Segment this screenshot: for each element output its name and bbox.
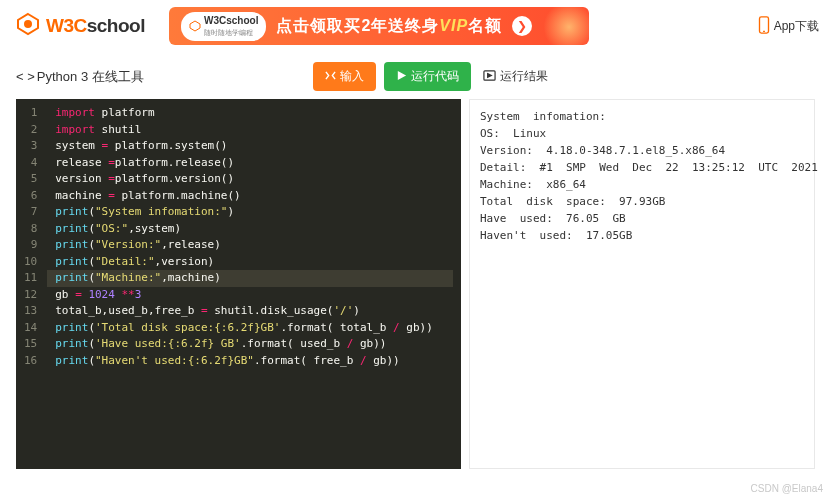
result-icon <box>483 69 496 85</box>
output-panel: System infomation: OS: Linux Version: 4.… <box>469 99 815 469</box>
io-icon <box>325 70 336 84</box>
svg-point-1 <box>25 21 31 27</box>
banner-pill: W3Cschool随时随地学编程 <box>181 12 266 41</box>
result-header: 运行结果 <box>479 68 819 85</box>
top-header: W3Cschool W3Cschool随时随地学编程 点击领取买2年送终身VIP… <box>0 0 835 52</box>
run-button-label: 运行代码 <box>411 68 459 85</box>
tool-title: < > Python 3 在线工具 <box>16 68 144 86</box>
app-download-label: App下载 <box>774 18 819 35</box>
phone-icon <box>758 16 770 37</box>
app-download-link[interactable]: App下载 <box>758 16 819 37</box>
logo-text: W3Cschool <box>46 15 145 37</box>
workspace: 12345678910111213141516 import platformi… <box>0 99 835 469</box>
banner-text: 点击领取买2年送终身VIP名额 <box>276 16 502 37</box>
watermark: CSDN @Elana4 <box>751 483 823 494</box>
play-icon <box>396 70 407 84</box>
toolbar: < > Python 3 在线工具 输入 运行代码 运行结果 <box>0 52 835 99</box>
input-button-label: 输入 <box>340 68 364 85</box>
promo-banner[interactable]: W3Cschool随时随地学编程 点击领取买2年送终身VIP名额 ❯ <box>169 7 589 45</box>
code-icon: < > <box>16 69 35 84</box>
input-button[interactable]: 输入 <box>313 62 376 91</box>
site-logo[interactable]: W3Cschool <box>16 12 145 40</box>
code-area[interactable]: import platformimport shutilsystem = pla… <box>47 99 461 469</box>
svg-marker-7 <box>488 73 492 77</box>
banner-arrow-icon: ❯ <box>512 16 532 36</box>
svg-marker-5 <box>398 70 406 79</box>
run-button[interactable]: 运行代码 <box>384 62 471 91</box>
line-gutter: 12345678910111213141516 <box>16 99 47 469</box>
logo-icon <box>16 12 40 40</box>
svg-marker-2 <box>190 21 200 31</box>
code-editor[interactable]: 12345678910111213141516 import platformi… <box>16 99 461 469</box>
